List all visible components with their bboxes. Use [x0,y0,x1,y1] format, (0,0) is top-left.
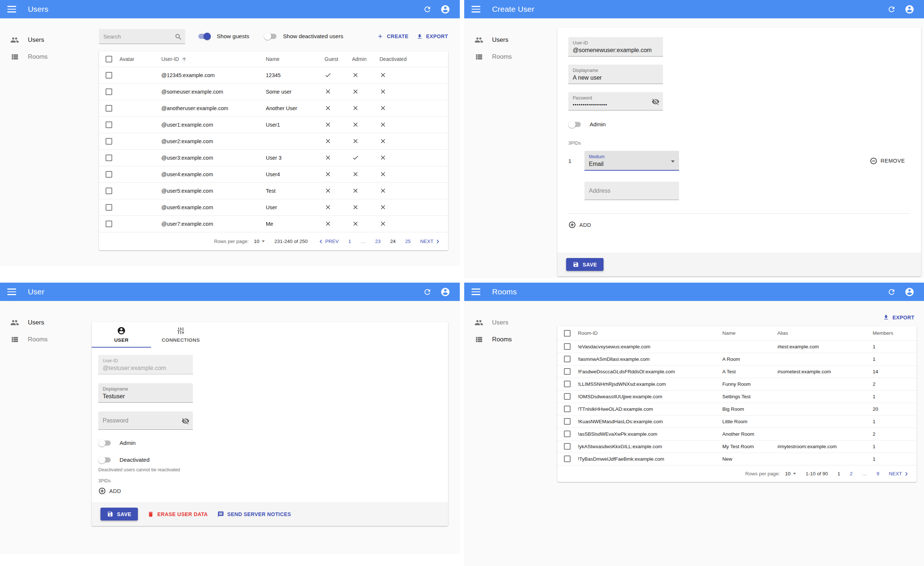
table-row[interactable]: !LLIMSSNHrhRjsdWNXsd:example.com Funny R… [557,378,916,390]
refresh-icon[interactable] [423,288,432,296]
row-checkbox[interactable] [564,406,570,412]
row-checkbox[interactable] [564,343,570,350]
address-input[interactable] [589,188,664,194]
table-row[interactable]: !ykAStwxasdwsKkxGILL:example.com My Test… [557,440,916,453]
refresh-icon[interactable] [423,5,432,14]
admin-toggle[interactable] [98,440,111,447]
send-server-notices-button[interactable]: SEND SERVER NOTICES [218,511,291,518]
sidebar-item-users[interactable]: Users [464,32,556,48]
add-button[interactable]: ADD [98,487,121,495]
refresh-icon[interactable] [887,5,896,14]
table-row[interactable]: !TyBasDmweIJdfFaeBmk:example.com New 1 [557,453,916,465]
table-row[interactable]: @user1:example.com User1 [99,116,448,133]
row-checkbox[interactable] [564,393,570,400]
sidebar-item-rooms[interactable]: Rooms [0,331,92,348]
select-all-checkbox[interactable] [106,56,112,62]
table-row[interactable]: !KuasNWEMasdHasLOs:example.com Little Ro… [557,415,916,428]
table-row[interactable]: @user2:example.com [99,133,448,149]
sidebar-item-users[interactable]: Users [0,32,92,48]
profile-icon[interactable] [440,5,450,14]
row-checkbox[interactable] [564,368,570,375]
row-checkbox[interactable] [564,456,570,462]
table-row[interactable]: @12345:example.com 12345 [99,67,448,83]
deactivated-toggle[interactable] [98,456,111,464]
table-row[interactable]: @anotheruser:example.com Another User [99,100,448,116]
remove-button[interactable]: REMOVE [870,157,905,165]
col-header-alias[interactable]: Alias [777,326,873,340]
add-button[interactable]: ADD [568,221,591,229]
sidebar-item-users[interactable]: Users [464,314,556,331]
page-link[interactable]: 1 [348,239,351,244]
visibility-off-icon[interactable] [182,417,190,425]
col-header-room-id[interactable]: Room-ID [578,326,722,340]
password-input[interactable] [103,417,178,424]
col-header-name[interactable]: Name [722,326,777,340]
sidebar-item-rooms[interactable]: Rooms [464,331,556,348]
table-row[interactable]: @user5:example.com Test [99,182,448,199]
table-row[interactable]: @user6:example.com User [99,199,448,215]
profile-icon[interactable] [904,287,915,297]
table-row[interactable]: !lasmnwASmDllasi:example.com A Room 1 [557,353,916,365]
row-checkbox[interactable] [564,356,570,362]
select-all-checkbox[interactable] [564,330,570,337]
table-row[interactable]: !eVasdacvxysewus:example.com #test:examp… [557,340,916,353]
table-row[interactable]: @user4:example.com User4 [99,166,448,182]
row-checkbox[interactable] [106,105,112,111]
row-checkbox[interactable] [564,431,570,437]
menu-icon[interactable] [8,6,16,12]
create-button[interactable]: CREATE [377,33,408,40]
table-row[interactable]: @user7:example.com Me [99,215,448,232]
table-row[interactable]: !OMSDsdweassIlUUjjwe:example.com Setting… [557,390,916,403]
table-row[interactable]: !FasdweDssccaGLdsFRddsOl:example.com A T… [557,365,916,378]
row-checkbox[interactable] [106,221,112,227]
erase-user-data-button[interactable]: ERASE USER DATA [147,511,208,518]
medium-select[interactable]: Medium Email [585,151,679,171]
show-guests-toggle[interactable] [198,33,211,40]
admin-toggle[interactable] [568,121,582,128]
page-link[interactable]: 9 [876,471,879,476]
user-id-input[interactable] [573,47,658,54]
row-checkbox[interactable] [564,381,570,387]
export-button[interactable]: EXPORT [417,33,448,40]
row-checkbox[interactable] [106,89,112,95]
row-checkbox[interactable] [106,122,112,128]
refresh-icon[interactable] [887,288,896,296]
profile-icon[interactable] [440,287,450,297]
row-checkbox[interactable] [106,171,112,178]
page-link[interactable]: 25 [405,239,411,244]
next-button[interactable]: NEXT [889,470,910,477]
row-checkbox[interactable] [106,155,112,161]
sidebar-item-users[interactable]: Users [0,314,92,331]
visibility-off-icon[interactable] [652,98,660,106]
menu-icon[interactable] [471,289,480,295]
table-row[interactable]: @someuser:example.com Some user [99,83,448,100]
menu-icon[interactable] [8,289,16,295]
next-button[interactable]: NEXT [420,238,441,245]
sidebar-item-rooms[interactable]: Rooms [0,48,92,65]
row-checkbox[interactable] [564,443,570,450]
displayname-input[interactable] [103,393,189,400]
row-checkbox[interactable] [106,188,112,194]
table-row[interactable]: !asSBSlsdWEvaXwPk:example.com Another Ro… [557,428,916,440]
row-checkbox[interactable] [564,418,570,424]
col-header-members[interactable]: Members [873,326,916,340]
rows-per-page-select[interactable]: 10 [254,239,265,244]
row-checkbox[interactable] [106,72,112,78]
tab-connections[interactable]: CONNECTIONS [151,322,210,348]
menu-icon[interactable] [471,6,480,12]
row-checkbox[interactable] [106,204,112,211]
tab-user[interactable]: USER [92,322,151,348]
password-input[interactable] [573,102,658,108]
export-button[interactable]: EXPORT [883,314,915,321]
page-link[interactable]: 2 [850,471,852,476]
col-header-user-id[interactable]: User-ID [161,51,266,67]
sidebar-item-rooms[interactable]: Rooms [464,48,556,65]
save-button[interactable]: SAVE [566,258,603,271]
profile-icon[interactable] [904,5,915,14]
row-checkbox[interactable] [106,138,112,145]
show-deactivated-toggle[interactable] [264,33,277,40]
table-row[interactable]: !TTnlslkHHweOLAD:example.com Big Room 20 [557,403,916,415]
page-link[interactable]: 23 [375,239,381,244]
rows-per-page-select[interactable]: 10 [785,471,796,476]
table-row[interactable]: @user3:example.com User 3 [99,149,448,166]
